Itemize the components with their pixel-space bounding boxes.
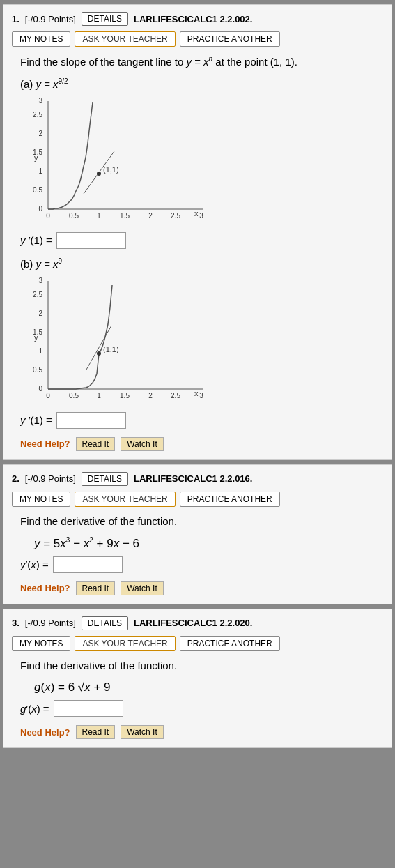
watch-it-button-1[interactable]: Watch It [121, 437, 164, 451]
problem-2-body: Find the derivative of the function. y =… [12, 514, 383, 595]
derivative-label-3: g′(x) = [20, 703, 49, 715]
graph-a-svg: y x 0 0.5 1 1.5 2 2.5 3 0 0.5 [27, 94, 208, 227]
answer-row-b: y ′(1) = [20, 412, 383, 429]
svg-text:x: x [194, 389, 199, 397]
svg-text:3: 3 [199, 392, 203, 399]
answer-input-b[interactable] [56, 412, 126, 429]
problem-3: 3. [-/0.9 Points] DETAILS LARLIFESCICALC… [3, 609, 392, 749]
svg-text:0.5: 0.5 [33, 186, 42, 194]
watch-it-button-3[interactable]: Watch It [121, 725, 164, 739]
problem-1-exp: n [209, 55, 213, 63]
svg-text:0: 0 [46, 212, 50, 220]
problem-1-number: 1. [12, 14, 20, 24]
read-it-button-1[interactable]: Read It [76, 437, 116, 451]
practice-another-button-2[interactable]: PRACTICE ANOTHER [180, 492, 280, 507]
problem-3-btn-row: MY NOTES ASK YOUR TEACHER PRACTICE ANOTH… [12, 636, 383, 651]
svg-text:1.5: 1.5 [33, 149, 42, 156]
details-button-3[interactable]: DETAILS [82, 616, 128, 630]
problem-3-statement: Find the derivative of the function. [20, 658, 383, 674]
svg-text:0: 0 [38, 385, 42, 393]
problem-1-statement: Find the slope of the tangent line to y … [20, 54, 383, 70]
problem-3-points: [-/0.9 Points] [25, 618, 76, 628]
svg-text:(1,1): (1,1) [103, 345, 119, 353]
svg-text:2.5: 2.5 [171, 392, 180, 399]
svg-text:0.5: 0.5 [69, 212, 79, 220]
part-a-label: (a) y = x9/2 [20, 77, 383, 90]
yp1-label-a: y ′(1) = [20, 234, 52, 246]
my-notes-button-1[interactable]: MY NOTES [12, 31, 70, 47]
need-help-row-2: Need Help? Read It Watch It [20, 581, 383, 595]
svg-text:(1,1): (1,1) [103, 165, 119, 174]
details-button-1[interactable]: DETAILS [82, 12, 128, 26]
svg-text:2: 2 [148, 212, 153, 220]
my-notes-button-2[interactable]: MY NOTES [12, 492, 70, 507]
svg-text:1: 1 [97, 392, 101, 399]
problem-2-statement: Find the derivative of the function. [20, 514, 383, 530]
problem-3-body: Find the derivative of the function. g(x… [12, 658, 383, 740]
svg-text:2: 2 [38, 130, 42, 137]
answer-input-a[interactable] [56, 232, 126, 249]
answer-row-2: y′(x) = [20, 556, 383, 573]
need-help-row-3: Need Help? Read It Watch It [20, 725, 383, 739]
problem-2-number: 2. [12, 473, 20, 484]
practice-another-button-1[interactable]: PRACTICE ANOTHER [180, 31, 280, 47]
svg-text:3: 3 [38, 97, 42, 105]
watch-it-button-2[interactable]: Watch It [121, 581, 164, 595]
practice-another-button-3[interactable]: PRACTICE ANOTHER [180, 636, 280, 651]
problem-1: 1. [-/0.9 Points] DETAILS LARLIFESCICALC… [3, 4, 392, 460]
problem-2-function: y = 5x3 − x2 + 9x − 6 [34, 536, 383, 551]
svg-text:1.5: 1.5 [120, 392, 130, 399]
answer-row-3: g′(x) = [20, 700, 383, 717]
problem-3-number: 3. [12, 618, 20, 628]
problem-1-body: Find the slope of the tangent line to y … [12, 54, 383, 451]
problem-1-btn-row: MY NOTES ASK YOUR TEACHER PRACTICE ANOTH… [12, 31, 383, 47]
answer-input-3[interactable] [54, 700, 123, 717]
problem-1-code: LARLIFESCICALC1 2.2.002. [134, 14, 253, 24]
problem-3-code: LARLIFESCICALC1 2.2.020. [134, 618, 253, 628]
svg-text:2: 2 [38, 310, 42, 317]
details-button-2[interactable]: DETAILS [82, 472, 128, 486]
svg-text:1.5: 1.5 [33, 328, 42, 336]
svg-text:2.5: 2.5 [171, 212, 180, 220]
part-b-label: (b) y = x9 [20, 257, 383, 270]
svg-text:3: 3 [38, 277, 42, 284]
ask-teacher-button-1[interactable]: ASK YOUR TEACHER [75, 31, 175, 47]
svg-text:0: 0 [46, 392, 50, 399]
graph-b: y x 0 0.5 1 1.5 2 2.5 3 0 0.5 1 1.5 2 2.… [27, 274, 208, 406]
answer-row-a: y ′(1) = [20, 232, 383, 249]
ask-teacher-button-2[interactable]: ASK YOUR TEACHER [75, 492, 175, 507]
svg-text:2.5: 2.5 [33, 291, 42, 298]
need-help-row-1: Need Help? Read It Watch It [20, 437, 383, 451]
read-it-button-3[interactable]: Read It [76, 725, 116, 739]
svg-text:3: 3 [199, 212, 203, 220]
problem-2-btn-row: MY NOTES ASK YOUR TEACHER PRACTICE ANOTH… [12, 492, 383, 507]
part-b-exp: 9 [59, 257, 63, 265]
svg-text:1: 1 [38, 347, 42, 355]
svg-point-40 [97, 351, 101, 356]
svg-text:1: 1 [38, 167, 42, 175]
problem-3-header: 3. [-/0.9 Points] DETAILS LARLIFESCICALC… [12, 616, 383, 630]
my-notes-button-3[interactable]: MY NOTES [12, 636, 70, 651]
svg-text:2: 2 [148, 392, 153, 399]
read-it-button-2[interactable]: Read It [76, 581, 116, 595]
need-help-label-1: Need Help? [20, 439, 70, 449]
svg-text:0.5: 0.5 [69, 392, 79, 399]
problem-1-header: 1. [-/0.9 Points] DETAILS LARLIFESCICALC… [12, 12, 383, 26]
derivative-label-2: y′(x) = [20, 558, 49, 570]
svg-text:0: 0 [38, 205, 42, 213]
svg-text:0.5: 0.5 [33, 366, 42, 374]
problem-2: 2. [-/0.9 Points] DETAILS LARLIFESCICALC… [3, 464, 392, 604]
part-a-exp: 9/2 [59, 77, 68, 85]
graph-b-svg: y x 0 0.5 1 1.5 2 2.5 3 0 0.5 1 1.5 2 2.… [27, 274, 208, 406]
svg-point-19 [97, 172, 101, 176]
problem-2-header: 2. [-/0.9 Points] DETAILS LARLIFESCICALC… [12, 472, 383, 486]
problem-1-points: [-/0.9 Points] [25, 14, 76, 24]
problem-2-code: LARLIFESCICALC1 2.2.016. [134, 473, 253, 484]
problem-2-points: [-/0.9 Points] [25, 473, 76, 484]
yp1-label-b: y ′(1) = [20, 414, 52, 426]
ask-teacher-button-3[interactable]: ASK YOUR TEACHER [75, 636, 175, 651]
svg-text:x: x [194, 209, 199, 218]
svg-text:1: 1 [97, 212, 101, 220]
answer-input-2[interactable] [53, 556, 123, 573]
svg-text:2.5: 2.5 [33, 111, 42, 119]
